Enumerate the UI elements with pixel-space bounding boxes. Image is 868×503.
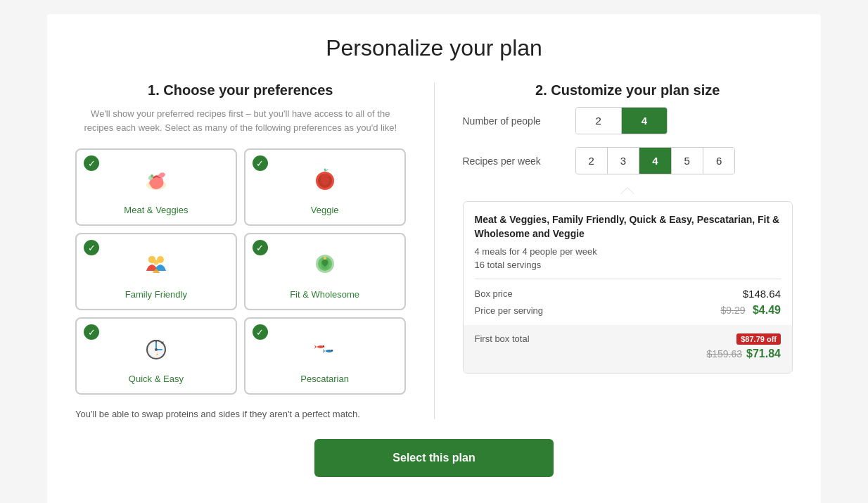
check-icon-quick-easy: ✓: [84, 324, 99, 340]
family-friendly-icon: [141, 248, 172, 284]
box-price-row: Box price $148.64: [475, 288, 781, 300]
people-option-4[interactable]: 4: [622, 108, 667, 134]
swap-note: You'll be able to swap proteins and side…: [75, 409, 406, 419]
per-serving-prices: $9.29 $4.49: [720, 304, 781, 317]
select-plan-button[interactable]: Select this plan: [314, 439, 554, 477]
fit-wholesome-icon: [309, 248, 340, 284]
first-box-label: First box total: [475, 333, 530, 344]
summary-box: Meat & Veggies, Family Friendly, Quick &…: [463, 201, 793, 374]
two-col-layout: 1. Choose your preferences We'll show yo…: [75, 82, 793, 419]
recipes-option-2[interactable]: 2: [576, 148, 608, 174]
check-icon-fit-wholesome: ✓: [253, 240, 268, 255]
recipes-btn-group: 2 3 4 5 6: [575, 147, 736, 174]
recipes-option-3[interactable]: 3: [608, 148, 639, 174]
recipes-option-6[interactable]: 6: [703, 148, 734, 174]
right-section-title: 2. Customize your plan size: [463, 82, 793, 98]
veggie-label: Veggie: [311, 205, 339, 215]
first-box-original: $159.63: [706, 348, 742, 359]
recipes-row: Recipes per week 2 3 4 5 6: [463, 147, 793, 174]
per-serving-original: $9.29: [720, 305, 745, 316]
preferences-grid: ✓ Meat & Veggies: [75, 148, 406, 395]
svg-point-14: [324, 257, 326, 260]
pref-card-fit-wholesome[interactable]: ✓ Fit & Wholesome: [244, 233, 406, 310]
recipes-option-4[interactable]: 4: [639, 148, 671, 174]
pref-card-meat-veggies[interactable]: ✓ Meat & Veggies: [75, 148, 237, 226]
pref-card-family-friendly[interactable]: ✓: [75, 233, 237, 310]
first-box-prices: $87.79 off $159.63 $71.84: [706, 333, 781, 360]
meat-veggies-icon: [141, 164, 172, 199]
svg-point-17: [155, 348, 158, 351]
pref-card-pescatarian[interactable]: ✓ Pescatarian: [244, 317, 406, 395]
per-serving-row: Price per serving $9.29 $4.49: [475, 304, 781, 317]
meat-veggies-label: Meat & Veggies: [124, 205, 188, 215]
summary-pointer: [620, 187, 634, 194]
first-box-badge: $87.79 off: [736, 333, 781, 345]
left-section-subtitle: We'll show your preferred recipes first …: [75, 107, 406, 134]
first-box-section: First box total $87.79 off $159.63 $71.8…: [464, 325, 793, 373]
people-row: Number of people 2 4: [463, 107, 793, 134]
page-wrapper: Personalize your plan 1. Choose your pre…: [47, 14, 821, 503]
left-section-title: 1. Choose your preferences: [75, 82, 406, 98]
first-box-row: First box total $87.79 off $159.63 $71.8…: [475, 333, 781, 360]
check-icon-veggie: ✓: [253, 155, 268, 171]
pescatarian-label: Pescatarian: [300, 374, 349, 384]
svg-point-19: [331, 350, 333, 351]
family-friendly-label: Family Friendly: [125, 289, 187, 300]
recipes-label: Recipes per week: [463, 155, 575, 167]
summary-plan-name: Meat & Veggies, Family Friendly, Quick &…: [475, 213, 781, 241]
summary-divider-1: [475, 279, 781, 279]
recipes-option-5[interactable]: 5: [672, 148, 703, 174]
people-option-2[interactable]: 2: [576, 108, 622, 134]
veggie-icon: [309, 164, 340, 199]
svg-point-18: [323, 345, 324, 347]
per-serving-discounted: $4.49: [753, 304, 781, 316]
fit-wholesome-label: Fit & Wholesome: [290, 289, 359, 300]
svg-point-10: [153, 260, 158, 265]
summary-meals-detail: 4 meals for 4 people per week: [475, 246, 781, 257]
check-icon-family-friendly: ✓: [84, 240, 99, 255]
check-icon-meat-veggies: ✓: [84, 155, 99, 171]
pref-card-quick-easy[interactable]: ✓ Quick: [75, 317, 237, 395]
per-serving-label: Price per serving: [475, 305, 544, 316]
pref-card-veggie[interactable]: ✓ Veggie: [244, 148, 406, 226]
summary-servings: 16 total servings: [475, 260, 781, 270]
page-title: Personalize your plan: [75, 35, 793, 61]
people-label: Number of people: [463, 115, 575, 127]
people-btn-group: 2 4: [575, 107, 668, 134]
first-box-total: $71.84: [746, 348, 781, 360]
right-column: 2. Customize your plan size Number of pe…: [435, 82, 793, 419]
check-icon-pescatarian: ✓: [253, 324, 268, 340]
quick-easy-icon: [141, 333, 172, 368]
pescatarian-icon: [309, 333, 340, 368]
quick-easy-label: Quick & Easy: [129, 374, 184, 384]
left-column: 1. Choose your preferences We'll show yo…: [75, 82, 435, 419]
svg-point-6: [321, 174, 329, 185]
svg-point-3: [151, 174, 153, 177]
box-price-value: $148.64: [743, 288, 781, 300]
box-price-label: Box price: [475, 288, 513, 299]
